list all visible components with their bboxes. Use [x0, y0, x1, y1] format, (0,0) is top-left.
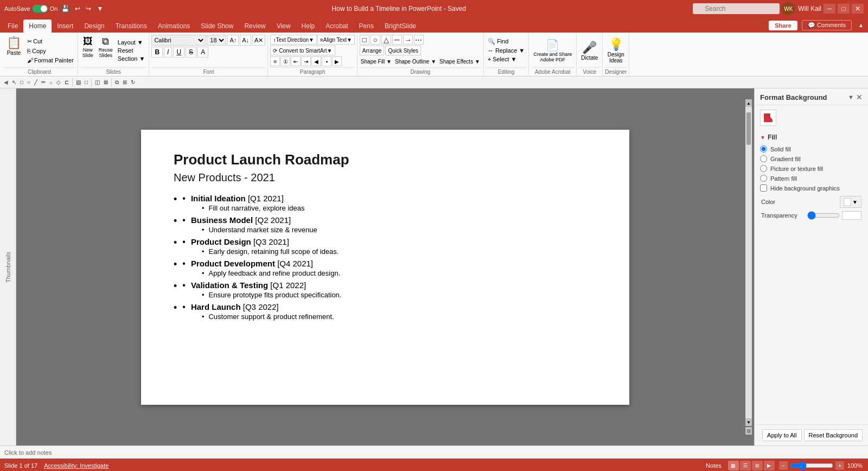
shapes-dropdown-button[interactable]: ⋯: [414, 35, 424, 44]
fill-option-picture[interactable]: Picture or texture fill: [760, 165, 863, 172]
scroll-up-button[interactable]: ▲: [745, 99, 752, 107]
strikethrough-button[interactable]: S: [186, 47, 196, 58]
toolbar-align-btn[interactable]: ⊞: [121, 79, 129, 86]
color-picker-button[interactable]: ▼: [840, 196, 861, 208]
tab-file[interactable]: File: [2, 20, 23, 33]
new-slide-button[interactable]: 🖼 NewSlide: [80, 35, 95, 66]
layout-button[interactable]: Layout ▼: [116, 39, 147, 46]
tab-review[interactable]: Review: [239, 20, 271, 33]
copy-button[interactable]: ⎘Copy: [25, 47, 75, 55]
zoom-out-button[interactable]: −: [779, 461, 788, 470]
reuse-slides-button[interactable]: ⧉ ReuseSlides: [97, 35, 115, 66]
fill-option-gradient[interactable]: Gradient fill: [760, 155, 863, 162]
gradient-fill-radio[interactable]: [760, 155, 767, 162]
redo-button[interactable]: ↪: [84, 4, 93, 13]
toolbar-reflection-btn[interactable]: ⊠: [102, 79, 110, 86]
shape-line-button[interactable]: ─: [392, 35, 402, 44]
reset-button[interactable]: Reset: [116, 47, 147, 54]
slide-vertical-scrollbar[interactable]: ▲ ▼ ⊡: [745, 99, 752, 435]
align-text-button[interactable]: ≡Align Text▼: [317, 35, 355, 44]
scroll-fit-button[interactable]: ⊡: [745, 427, 752, 435]
shape-effects-button[interactable]: Shape Effects ▼: [438, 56, 481, 66]
pattern-fill-radio[interactable]: [760, 175, 767, 182]
minimize-button[interactable]: ─: [824, 4, 835, 14]
reset-background-button[interactable]: Reset Background: [804, 429, 863, 441]
hide-bg-checkbox[interactable]: [760, 184, 767, 192]
transparency-value[interactable]: 0%: [842, 211, 861, 220]
dictate-button[interactable]: 🎤 Dictate: [579, 40, 600, 62]
toolbar-rect-button[interactable]: □: [18, 79, 25, 86]
bold-button[interactable]: B: [151, 47, 163, 58]
toolbar-shadow-btn[interactable]: ◫: [93, 79, 101, 86]
decrease-indent-button[interactable]: ⇤: [291, 56, 301, 66]
fill-icon-button[interactable]: [760, 110, 776, 126]
tab-slideshow[interactable]: Slide Show: [195, 20, 239, 33]
undo-button[interactable]: ↩: [73, 4, 82, 13]
design-ideas-button[interactable]: 💡 Design Ideas: [605, 36, 627, 65]
bullet-list-button[interactable]: ≡: [270, 56, 280, 66]
fill-option-solid[interactable]: Solid fill: [760, 145, 863, 152]
find-button[interactable]: 🔍 Find: [486, 37, 526, 46]
notes-placeholder[interactable]: Click to add notes: [4, 449, 52, 456]
select-button[interactable]: ⌖ Select ▼: [486, 55, 526, 63]
toolbar-rotate-btn[interactable]: ↻: [129, 79, 137, 86]
tab-acrobat[interactable]: Acrobat: [320, 20, 353, 33]
zoom-in-button[interactable]: +: [835, 461, 844, 470]
font-size-select[interactable]: 18: [207, 35, 226, 46]
zoom-level[interactable]: 100%: [846, 462, 864, 469]
apply-to-all-button[interactable]: Apply to All: [762, 429, 801, 441]
toolbar-more-shapes3[interactable]: ⊏: [63, 79, 71, 86]
panel-close-button[interactable]: ✕: [856, 93, 863, 101]
align-center-button[interactable]: ▪: [322, 56, 331, 66]
arrange-button[interactable]: Arrange: [360, 46, 385, 55]
toolbar-freeform-button[interactable]: ✏: [40, 79, 47, 86]
text-direction-button[interactable]: ↕Text Direction▼: [270, 35, 316, 44]
reading-view-button[interactable]: ▶: [764, 461, 775, 470]
shape-rectangle-button[interactable]: □: [360, 35, 369, 44]
qa-dropdown-button[interactable]: ▼: [95, 4, 105, 13]
shape-triangle-button[interactable]: △: [381, 35, 391, 44]
create-share-pdf-button[interactable]: 📄 Create and Share Adobe PDF: [531, 37, 574, 63]
toolbar-more-shapes[interactable]: ⬦: [48, 79, 54, 86]
tab-help[interactable]: Help: [296, 20, 321, 33]
paste-button[interactable]: 📋 Paste: [3, 35, 24, 66]
toolbar-outline-btn[interactable]: □: [83, 79, 90, 86]
font-color-button[interactable]: A: [197, 47, 208, 58]
toolbar-fill-btn[interactable]: ▧: [74, 79, 82, 86]
number-list-button[interactable]: ①: [280, 56, 290, 66]
toolbar-arrow-button[interactable]: ↖: [10, 79, 18, 86]
tab-pens[interactable]: Pens: [354, 20, 379, 33]
tab-animations[interactable]: Animations: [152, 20, 195, 33]
underline-button[interactable]: U: [173, 47, 184, 58]
panel-dropdown-icon[interactable]: ▼: [848, 94, 854, 100]
notes-button[interactable]: Notes: [704, 461, 724, 470]
cut-button[interactable]: ✂Cut: [25, 37, 75, 46]
shape-circle-button[interactable]: ○: [371, 35, 380, 44]
section-button[interactable]: Section ▼: [116, 55, 147, 62]
tab-design[interactable]: Design: [79, 20, 110, 33]
italic-button[interactable]: I: [164, 47, 172, 58]
align-right-button[interactable]: ▶: [332, 56, 342, 66]
tab-view[interactable]: View: [271, 20, 296, 33]
font-name-select[interactable]: Calibri: [151, 35, 206, 46]
increase-indent-button[interactable]: ⇥: [301, 56, 311, 66]
slide[interactable]: Product Launch Roadmap New Products - 20…: [141, 130, 629, 405]
maximize-button[interactable]: □: [838, 4, 850, 14]
toolbar-line-button[interactable]: ╱: [33, 79, 39, 86]
outline-view-button[interactable]: ☰: [740, 461, 751, 470]
solid-fill-radio[interactable]: [760, 145, 767, 152]
hide-bg-option[interactable]: Hide background graphics: [760, 184, 863, 192]
replace-button[interactable]: ↔ Replace ▼: [486, 47, 526, 54]
accessibility-status[interactable]: Accessibility: Investigate: [44, 462, 108, 469]
zoom-slider[interactable]: [790, 461, 833, 470]
tab-insert[interactable]: Insert: [52, 20, 79, 33]
picture-fill-radio[interactable]: [760, 165, 767, 172]
tab-brightslide[interactable]: BrightSlide: [379, 20, 422, 33]
clear-formatting-button[interactable]: A✕: [252, 35, 265, 46]
shape-outline-button[interactable]: Shape Outline ▼: [394, 56, 437, 66]
close-button[interactable]: ✕: [852, 4, 864, 14]
increase-font-size-button[interactable]: A↑: [227, 35, 239, 46]
toolbar-collapse-left[interactable]: ◀: [2, 79, 10, 85]
toolbar-group-btn[interactable]: ⧉: [113, 79, 120, 86]
fill-header[interactable]: ▼ Fill: [760, 133, 863, 141]
